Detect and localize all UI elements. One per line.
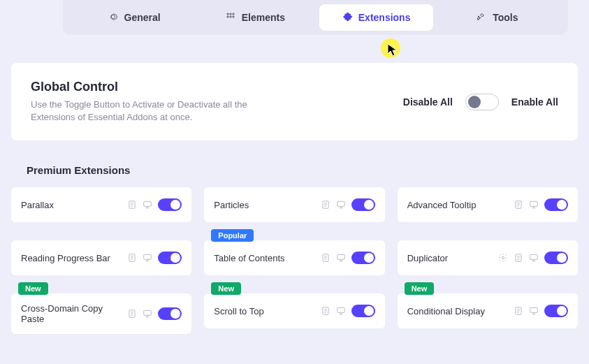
svg-rect-10 <box>144 202 152 207</box>
global-control-title: Global Control <box>31 80 282 94</box>
svg-point-1 <box>229 13 231 15</box>
extension-card-scroll-top: Scroll to Top <box>204 293 384 328</box>
tools-icon <box>476 11 487 24</box>
tab-general[interactable]: General <box>77 4 191 31</box>
tab-label-tools: Tools <box>493 12 518 23</box>
tab-label-extensions: Extensions <box>358 12 411 23</box>
extension-toggle[interactable] <box>351 252 375 264</box>
extension-toggle[interactable] <box>544 305 568 317</box>
doc-icon[interactable] <box>514 253 523 263</box>
tab-extensions[interactable]: Extensions <box>319 4 433 31</box>
svg-point-2 <box>232 13 234 15</box>
monitor-icon[interactable] <box>336 306 346 316</box>
tab-bar: General Elements Extensions Tools <box>63 0 568 35</box>
global-toggle[interactable] <box>465 94 499 110</box>
extension-card-duplicator: Duplicator <box>398 240 578 275</box>
doc-icon[interactable] <box>514 306 523 316</box>
extension-title: Cross-Domain Copy Paste <box>21 303 127 324</box>
extension-card-reading-progress: Reading Progress Bar <box>11 240 191 275</box>
svg-point-0 <box>226 13 228 15</box>
section-title: Premium Extensions <box>27 164 589 176</box>
badge-popular: Popular <box>211 229 254 242</box>
svg-rect-17 <box>337 202 344 207</box>
badge-new: New <box>211 282 241 295</box>
svg-rect-38 <box>337 255 344 260</box>
badge-new: New <box>405 282 435 295</box>
extension-toggle[interactable] <box>544 198 568 211</box>
monitor-icon[interactable] <box>529 253 539 263</box>
grid-icon <box>225 11 236 24</box>
svg-point-41 <box>502 257 504 260</box>
tab-elements[interactable]: Elements <box>198 4 312 31</box>
extension-toggle[interactable] <box>158 252 182 264</box>
svg-point-5 <box>232 15 234 17</box>
extension-title: Duplicator <box>407 253 449 263</box>
extension-card-parallax: Parallax <box>11 187 191 222</box>
extension-toggle[interactable] <box>351 198 375 211</box>
gear-icon <box>108 11 119 24</box>
svg-rect-60 <box>337 308 344 313</box>
monitor-icon[interactable] <box>143 253 152 263</box>
svg-rect-46 <box>530 255 538 260</box>
extension-toggle[interactable] <box>158 198 182 211</box>
extension-card-toc: Table of Contents <box>204 240 384 275</box>
extension-title: Reading Progress Bar <box>21 253 110 263</box>
disable-all-label: Disable All <box>403 96 453 108</box>
extension-card-advanced-tooltip: Advanced Tooltip <box>398 187 578 222</box>
global-control-panel: Global Control Use the Toggle Button to … <box>11 63 578 140</box>
doc-icon[interactable] <box>321 253 330 263</box>
extensions-grid: Parallax Particles Advanced Tooltip <box>0 187 589 334</box>
monitor-icon[interactable] <box>529 306 539 316</box>
monitor-icon[interactable] <box>336 253 346 263</box>
global-control-description: Use the Toggle Button to Activate or Dea… <box>31 99 282 124</box>
tab-tools[interactable]: Tools <box>440 4 554 31</box>
puzzle-icon <box>342 11 353 24</box>
doc-icon[interactable] <box>127 309 137 319</box>
extension-title: Advanced Tooltip <box>407 200 477 210</box>
tab-label-elements: Elements <box>242 12 285 23</box>
extension-card-cross-domain: Cross-Domain Copy Paste <box>11 293 191 334</box>
gear-icon[interactable] <box>498 253 508 263</box>
svg-rect-67 <box>530 308 538 313</box>
cursor-icon <box>387 43 400 57</box>
monitor-icon[interactable] <box>529 200 539 210</box>
doc-icon[interactable] <box>321 200 330 210</box>
extension-toggle[interactable] <box>158 307 182 320</box>
monitor-icon[interactable] <box>143 309 152 319</box>
monitor-icon[interactable] <box>336 200 346 210</box>
enable-all-label: Enable All <box>511 96 558 108</box>
svg-rect-31 <box>144 255 152 260</box>
svg-point-4 <box>229 15 231 17</box>
extension-toggle[interactable] <box>544 252 568 264</box>
extension-title: Conditional Display <box>407 306 485 316</box>
extension-title: Table of Contents <box>214 253 284 263</box>
extension-toggle[interactable] <box>351 305 375 317</box>
extension-title: Particles <box>214 200 249 210</box>
extension-title: Parallax <box>21 200 54 210</box>
extension-title: Scroll to Top <box>214 306 263 316</box>
doc-icon[interactable] <box>514 200 523 210</box>
doc-icon[interactable] <box>127 253 137 263</box>
monitor-icon[interactable] <box>143 200 152 210</box>
extension-card-particles: Particles <box>204 187 384 222</box>
doc-icon[interactable] <box>127 200 137 210</box>
tab-label-general: General <box>124 12 161 23</box>
svg-rect-24 <box>530 202 538 207</box>
badge-new: New <box>18 282 48 295</box>
extension-card-conditional: Conditional Display <box>398 293 578 328</box>
svg-rect-53 <box>144 311 152 316</box>
doc-icon[interactable] <box>321 306 330 316</box>
svg-point-3 <box>226 15 228 17</box>
toggle-knob <box>468 96 481 108</box>
